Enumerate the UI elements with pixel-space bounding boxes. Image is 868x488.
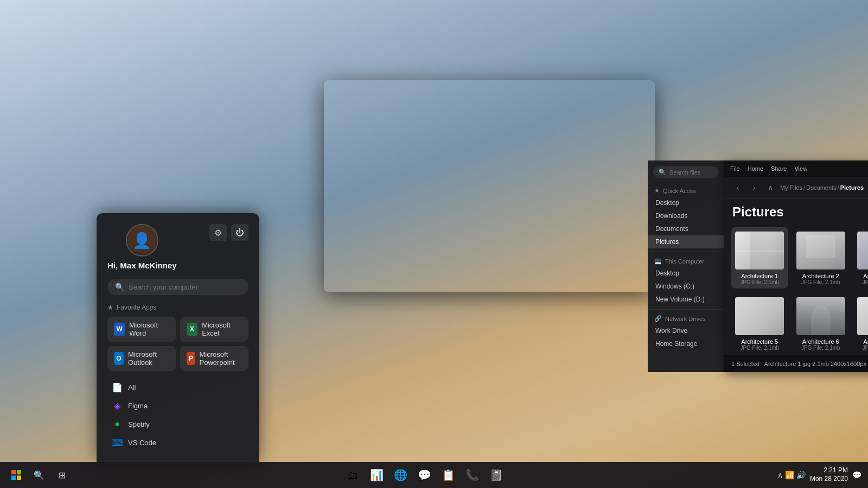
sidebar-item-work-drive[interactable]: Work Drive (648, 324, 724, 337)
this-computer-section: 💻 This Computer Desktop Windows (C:) New… (648, 254, 724, 307)
app-outlook[interactable]: O Microsoft Outlook (107, 346, 176, 371)
menu-file[interactable]: File (730, 165, 740, 172)
taskbar-teams[interactable]: 💬 (413, 464, 435, 486)
search-taskbar-button[interactable]: 🔍 (29, 465, 49, 485)
breadcrumb: My Files / Documents / Pictures (780, 184, 864, 191)
file-item-arch-1[interactable]: Architecture 1 JPG File, 2.1mb (731, 227, 788, 288)
computer-search-input[interactable] (129, 283, 241, 291)
back-button[interactable]: ‹ (731, 181, 744, 194)
sidebar-search-icon: 🔍 (659, 169, 666, 176)
all-icon: 📄 (112, 382, 123, 393)
file-meta-arch-5: JPG File, 2.1mb (740, 345, 779, 351)
file-name-arch-2: Architecture 2 (796, 273, 846, 279)
file-item-arch-2[interactable]: Architecture 2 JPG File, 2.1mb (793, 227, 850, 288)
app-all[interactable]: 📄 All (107, 378, 248, 396)
taskbar-powerpoint[interactable]: 📋 (437, 464, 459, 486)
files-grid: Architecture 1 JPG File, 2.1mb Architect… (724, 223, 868, 355)
file-item-arch-6[interactable]: Architecture 6 JPG File, 2.1mb (793, 293, 850, 354)
file-meta-arch-3: JPG File, 2.1mb (862, 279, 868, 285)
app-word[interactable]: W Microsoft Word (107, 317, 176, 342)
file-thumb-arch-7 (857, 297, 868, 335)
sidebar-item-downloads[interactable]: Downloads (648, 209, 724, 222)
taskbar-file-explorer[interactable]: 🗂 (342, 464, 363, 486)
sidebar-search-input[interactable] (669, 169, 713, 176)
app-vscode[interactable]: ⌨ VS Code (107, 434, 248, 451)
excel-icon: X (187, 323, 197, 336)
network-drives-header: 🔗 Network Drives (648, 313, 724, 324)
file-item-arch-7[interactable]: Architecture 7 JPG File, 2.1mb (853, 293, 868, 354)
app-excel[interactable]: X Microsoft Excel (180, 317, 248, 342)
word-icon: W (114, 323, 125, 336)
up-button[interactable]: ∧ (764, 181, 777, 194)
taskbar-right: ∧ 📶 🔊 2:21 PM Mon 28 2020 💬 (777, 466, 861, 483)
sidebar-item-home-storage[interactable]: Home Storage (648, 337, 724, 350)
widgets-button[interactable]: ⊞ (52, 465, 72, 485)
user-greeting: Hi, Max McKinney (107, 261, 177, 270)
tray-chevron[interactable]: ∧ (777, 471, 783, 479)
svg-rect-1 (17, 470, 21, 474)
file-explorer-window: 🔍 ★ Quick Acess Desktop Downloads Docume… (324, 80, 655, 292)
taskbar-browser[interactable]: 🌐 (390, 464, 411, 486)
powerpoint-taskbar-icon: 📋 (442, 468, 455, 481)
file-thumb-arch-3 (857, 232, 868, 269)
svg-rect-0 (11, 470, 16, 474)
explorer-toolbar: ‹ › ∧ My Files / Documents / Pictures ☰ … (724, 177, 868, 199)
sidebar-item-desktop-quick[interactable]: Desktop (648, 196, 724, 209)
spotify-icon: ● (112, 419, 123, 429)
file-explorer-icon: 🗂 (347, 469, 358, 481)
computer-search-bar[interactable]: 🔍 (107, 279, 248, 295)
explorer-title: Pictures (732, 204, 868, 220)
svg-rect-3 (17, 476, 21, 480)
status-text: 1 Selected · Architecture 1.jpg 2.1mb 24… (731, 361, 866, 367)
explorer-titlebar: File Home Share View ─ □ ✕ (724, 160, 868, 177)
outlook-icon: O (114, 352, 124, 365)
system-tray-icons: ∧ 📶 🔊 (777, 471, 806, 479)
sidebar-item-new-volume-d[interactable]: New Volume (D:) (648, 293, 724, 306)
taskbar-skype[interactable]: 📞 (461, 464, 483, 486)
menu-share[interactable]: Share (771, 165, 787, 172)
quick-access-header: ★ Quick Acess (648, 185, 724, 196)
app-powerpoint[interactable]: P Microsoft Powerpoint (180, 346, 248, 371)
explorer-title-area: Pictures (724, 199, 868, 223)
favorite-apps-label: ★ Favorite Apps (107, 304, 248, 311)
onenote-icon: 📓 (489, 468, 503, 481)
file-thumb-arch-6 (796, 297, 845, 335)
system-clock[interactable]: 2:21 PM Mon 28 2020 (810, 466, 848, 483)
file-thumb-arch-2 (796, 232, 845, 269)
forward-button[interactable]: › (748, 181, 761, 194)
taskbar-onenote[interactable]: 📓 (485, 464, 507, 486)
teams-icon: 💬 (418, 468, 431, 481)
explorer-menu: File Home Share View (730, 165, 807, 172)
app-spotify[interactable]: ● Spotify (107, 415, 248, 433)
this-computer-header: 💻 This Computer (648, 255, 724, 267)
menu-view[interactable]: View (794, 165, 807, 172)
sidebar-item-windows-c[interactable]: Windows (C:) (648, 280, 724, 293)
sidebar-divider-1 (648, 252, 724, 252)
power-button[interactable]: ⏻ (231, 224, 248, 241)
vscode-icon: ⌨ (112, 437, 123, 448)
browser-icon: 🌐 (394, 468, 407, 481)
taskbar-apps: 🗂 📊 🌐 💬 📋 📞 📓 (72, 464, 777, 486)
file-meta-arch-7: JPG File, 2.1mb (862, 345, 868, 351)
figma-icon: ◈ (112, 400, 123, 411)
explorer-sidebar: 🔍 ★ Quick Acess Desktop Downloads Docume… (648, 160, 724, 372)
settings-button[interactable]: ⚙ (209, 224, 227, 241)
file-meta-arch-2: JPG File, 2.1mb (801, 279, 840, 285)
notifications-icon[interactable]: 💬 (852, 471, 861, 479)
start-button[interactable] (7, 465, 26, 485)
sidebar-item-pictures[interactable]: Pictures (648, 235, 724, 248)
file-name-arch-1: Architecture 1 (735, 273, 785, 279)
tray-volume[interactable]: 🔊 (796, 471, 806, 479)
file-thumb-arch-1 (735, 232, 784, 269)
file-item-arch-5[interactable]: Architecture 5 JPG File, 2.1mb (731, 293, 788, 354)
app-figma[interactable]: ◈ Figma (107, 397, 248, 414)
all-apps-list: 📄 All ◈ Figma ● Spotify ⌨ VS Code (107, 378, 248, 451)
file-item-arch-3[interactable]: Architecture 3 JPG File, 2.1mb (853, 227, 868, 288)
tray-network[interactable]: 📶 (785, 471, 794, 479)
menu-home[interactable]: Home (748, 165, 763, 172)
sidebar-item-desktop-computer[interactable]: Desktop (648, 267, 724, 280)
sidebar-search-bar[interactable]: 🔍 (653, 166, 718, 178)
explorer-statusbar: 1 Selected · Architecture 1.jpg 2.1mb 24… (724, 355, 868, 372)
sidebar-item-documents[interactable]: Documents (648, 222, 724, 235)
taskbar-excel[interactable]: 📊 (366, 464, 387, 486)
